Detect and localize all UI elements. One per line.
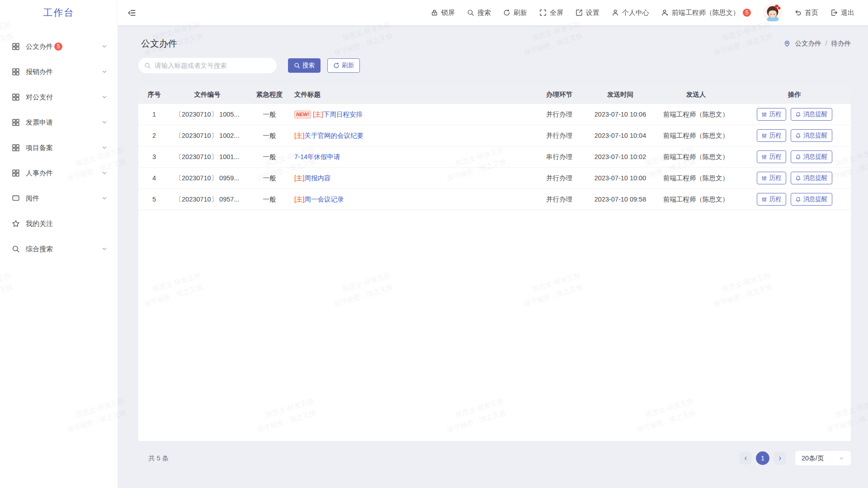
search-icon bbox=[12, 245, 20, 253]
document-link[interactable]: 周一会议记录 bbox=[305, 195, 344, 204]
search-input-wrapper bbox=[138, 58, 277, 73]
grid-icon bbox=[12, 93, 20, 101]
notify-button[interactable]: 消息提醒 bbox=[791, 108, 832, 121]
sidebar-item-label: 综合搜索 bbox=[26, 245, 53, 253]
history-button[interactable]: 历程 bbox=[757, 129, 786, 142]
page-size-select[interactable]: 20条/页 bbox=[795, 451, 851, 465]
pagination: 共 5 条 1 20条/页 bbox=[138, 441, 851, 470]
prev-page-button[interactable] bbox=[739, 452, 752, 465]
sidebar-item-global-search[interactable]: 综合搜索 bbox=[0, 236, 118, 262]
sliders-icon bbox=[761, 175, 767, 181]
header-search-button[interactable]: 搜索 bbox=[467, 9, 491, 17]
sidebar-item-label: 公文办件 bbox=[26, 42, 53, 51]
document-link[interactable]: 周报内容 bbox=[305, 174, 331, 183]
app-title: 工作台 bbox=[0, 0, 118, 25]
home-button[interactable]: 首页 bbox=[794, 9, 818, 17]
undo-icon bbox=[794, 9, 802, 16]
sidebar-item-label: 项目备案 bbox=[26, 144, 53, 152]
search-icon bbox=[467, 9, 474, 16]
lock-screen-button[interactable]: 锁屏 bbox=[431, 9, 455, 17]
sidebar-item-corporate-payment[interactable]: 对公支付 bbox=[0, 84, 118, 110]
refresh-icon bbox=[333, 62, 340, 69]
document-link[interactable]: 7-14年休假申请 bbox=[294, 153, 340, 161]
notify-button[interactable]: 消息提醒 bbox=[791, 172, 832, 184]
bell-icon bbox=[795, 197, 801, 202]
profile-center-button[interactable]: 个人中心 bbox=[612, 9, 649, 17]
main-doc-tag: [主] bbox=[294, 174, 305, 183]
column-header: 文件编号 bbox=[170, 90, 245, 99]
history-button[interactable]: 历程 bbox=[757, 193, 786, 206]
chevron-down-icon bbox=[101, 94, 108, 100]
page-number[interactable]: 1 bbox=[756, 451, 769, 465]
bell-icon bbox=[795, 133, 801, 139]
notify-button[interactable]: 消息提醒 bbox=[791, 193, 832, 206]
document-link[interactable]: 关于官网的会议纪要 bbox=[305, 131, 364, 140]
table-row: 5 〔20230710〕 0957... 一般 [主] 周一会议记录 并行办理 … bbox=[138, 189, 851, 210]
sidebar-item-project-filing[interactable]: 项目备案 bbox=[0, 135, 118, 160]
sidebar-item-label: 我的关注 bbox=[26, 220, 53, 228]
comment-icon bbox=[12, 194, 20, 202]
sidebar: 工作台 公文办件 5 报销办件 对公支付 发票申请 项目备案 bbox=[0, 0, 118, 488]
grid-icon bbox=[12, 68, 20, 76]
table-row: 2 〔20230710〕 1002... 一般 [主] 关于官网的会议纪要 并行… bbox=[138, 125, 851, 146]
fullscreen-button[interactable]: 全屏 bbox=[539, 9, 563, 17]
sidebar-item-official-docs[interactable]: 公文办件 5 bbox=[0, 34, 118, 59]
next-page-button[interactable] bbox=[774, 452, 786, 465]
breadcrumb-root[interactable]: 公文办件 bbox=[795, 39, 821, 48]
chevron-down-icon bbox=[101, 170, 108, 176]
chevron-down-icon bbox=[101, 43, 108, 50]
sidebar-item-label: 对公支付 bbox=[26, 93, 53, 102]
settings-button[interactable]: 设置 bbox=[576, 9, 599, 17]
column-header: 紧急程度 bbox=[245, 90, 294, 99]
grid-icon bbox=[12, 169, 20, 177]
sidebar-item-hr[interactable]: 人事办件 bbox=[0, 160, 118, 186]
refresh-icon bbox=[503, 9, 510, 16]
history-button[interactable]: 历程 bbox=[757, 172, 786, 184]
main-doc-tag: [主] bbox=[313, 110, 323, 119]
grid-icon bbox=[12, 118, 20, 127]
sidebar-item-label: 发票申请 bbox=[26, 118, 53, 127]
search-button[interactable]: 搜索 bbox=[288, 58, 321, 73]
sidebar-item-reimbursement[interactable]: 报销办件 bbox=[0, 59, 118, 84]
menu-fold-icon[interactable] bbox=[127, 9, 136, 17]
chevron-down-icon bbox=[101, 145, 108, 151]
history-button[interactable]: 历程 bbox=[757, 150, 786, 163]
user-name: 前端工程师（陈思文） bbox=[672, 9, 740, 17]
column-header: 发送人 bbox=[654, 90, 738, 99]
sidebar-item-label: 报销办件 bbox=[26, 68, 53, 76]
page-title: 公文办件 bbox=[141, 38, 177, 50]
grid-icon bbox=[12, 144, 20, 152]
sliders-icon bbox=[761, 197, 767, 202]
star-icon bbox=[12, 220, 20, 228]
grid-icon bbox=[12, 42, 20, 51]
logout-icon bbox=[830, 9, 838, 16]
avatar[interactable] bbox=[763, 3, 782, 22]
column-header: 序号 bbox=[138, 90, 170, 99]
sidebar-item-reading[interactable]: 阅件 bbox=[0, 186, 118, 211]
breadcrumb-current: 待办件 bbox=[831, 39, 851, 48]
user-menu[interactable]: 前端工程师（陈思文） 5 bbox=[661, 9, 751, 17]
map-pin-icon bbox=[783, 40, 791, 47]
sliders-icon bbox=[761, 133, 767, 139]
sidebar-item-favorites[interactable]: 我的关注 bbox=[0, 211, 118, 236]
history-button[interactable]: 历程 bbox=[757, 108, 786, 121]
refresh-button[interactable]: 刷新 bbox=[327, 58, 360, 73]
lock-icon bbox=[431, 9, 438, 16]
header-refresh-button[interactable]: 刷新 bbox=[503, 9, 527, 17]
notify-button[interactable]: 消息提醒 bbox=[791, 129, 832, 142]
edit-square-icon bbox=[576, 9, 583, 16]
search-icon bbox=[294, 62, 300, 69]
top-bar: 锁屏 搜索 刷新 全屏 设置 个人中心 前端工程师（陈思文） 5 bbox=[118, 0, 868, 25]
sidebar-item-label: 阅件 bbox=[26, 194, 39, 203]
search-input[interactable] bbox=[155, 62, 271, 69]
new-badge: NEW! bbox=[294, 111, 311, 118]
notification-count-badge: 5 bbox=[743, 9, 751, 17]
column-header: 办理环节 bbox=[532, 90, 586, 99]
document-link[interactable]: 下周日程安排 bbox=[323, 110, 363, 119]
main-doc-tag: [主] bbox=[294, 131, 305, 140]
sidebar-item-invoice-request[interactable]: 发票申请 bbox=[0, 110, 118, 135]
column-header: 文件标题 bbox=[294, 90, 532, 99]
notify-button[interactable]: 消息提醒 bbox=[791, 150, 832, 163]
breadcrumb: 公文办件 / 待办件 bbox=[783, 39, 851, 48]
logout-button[interactable]: 退出 bbox=[830, 9, 854, 17]
